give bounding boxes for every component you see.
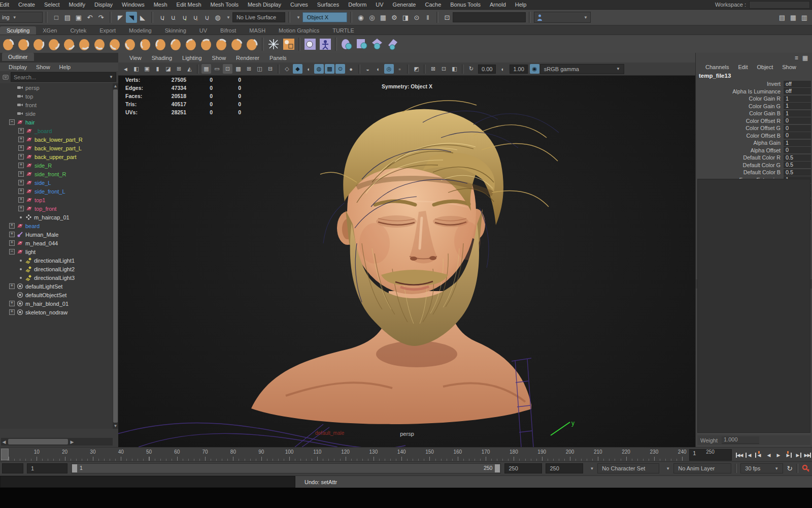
outliner-horizontal-scrollbar[interactable]: ◀ ▶	[1, 438, 113, 446]
make-live-icon[interactable]: ◍	[212, 12, 223, 23]
wireframe-on-shaded-icon[interactable]: ◍	[314, 64, 324, 74]
shelf-tab-mash[interactable]: MASH	[243, 26, 272, 35]
attribute-value-field[interactable]: 1	[784, 103, 811, 109]
menu-mesh[interactable]: Mesh	[149, 2, 172, 8]
expand-icon[interactable]: +	[9, 223, 15, 229]
sculpt-brush-icon-4[interactable]	[47, 37, 62, 52]
outliner-item-m_head_044[interactable]: +m_head_044	[0, 239, 113, 247]
exposure-field[interactable]: 0.00	[478, 65, 496, 74]
sculpt-brush-icon-2[interactable]	[16, 37, 31, 52]
new-scene-icon[interactable]: □	[51, 12, 62, 23]
go-to-end-button[interactable]: ▶▶	[802, 450, 812, 460]
expand-icon[interactable]: +	[9, 309, 15, 315]
chevron-down-icon[interactable]: ▼	[296, 15, 300, 20]
scroll-left-icon[interactable]: ◀	[1, 439, 7, 444]
open-scene-icon[interactable]: ▤	[62, 12, 73, 23]
character-set-selector[interactable]: ▼	[534, 12, 591, 23]
collapse-icon[interactable]: −	[9, 119, 15, 125]
attribute-value-field[interactable]: 0.5	[784, 154, 811, 161]
sequence-icon[interactable]: ▫	[395, 64, 404, 74]
sculpt-brush-icon-1[interactable]	[1, 37, 16, 52]
animation-start-field[interactable]	[2, 463, 23, 473]
viewport-menu-show[interactable]: Show	[207, 55, 231, 61]
shelf-tab-skinning[interactable]: Skinning	[158, 26, 193, 35]
list-mode-icon[interactable]: ≡	[795, 54, 798, 61]
shelf-tab-export[interactable]: Export	[93, 26, 122, 35]
attribute-value-field[interactable]: 1	[784, 96, 811, 102]
shelf-tab-modeling[interactable]: Modeling	[122, 26, 158, 35]
channel-box-menu-edit[interactable]: Edit	[733, 64, 752, 70]
sculpt-brush-icon-15[interactable]	[214, 37, 229, 52]
viewport-menu-panels[interactable]: Panels	[264, 55, 292, 61]
playback-end-field[interactable]: 250	[504, 463, 542, 473]
camera-lock-icon[interactable]: ◧	[131, 64, 141, 74]
scrollbar-thumb[interactable]	[113, 89, 118, 423]
chevron-down-icon[interactable]: ▼	[109, 75, 113, 79]
outliner-item-defaultlightset[interactable]: +defaultLightSet	[0, 282, 113, 291]
workspace-mode-dropdown[interactable]: ing ▼	[0, 12, 43, 23]
expand-icon[interactable]: +	[18, 145, 24, 151]
snap-to-projected-center-icon[interactable]: ∪○	[190, 12, 201, 23]
attribute-value-field[interactable]: 0	[784, 117, 811, 124]
undo-icon[interactable]: ↶	[84, 12, 95, 23]
expand-icon[interactable]: +	[18, 188, 24, 194]
outliner-menu-show[interactable]: Show	[31, 64, 55, 70]
snap-to-grid-icon[interactable]: ∪▪	[156, 12, 167, 23]
step-forward-frame-button[interactable]: ▶	[793, 450, 802, 460]
image-plane-icon[interactable]: ◪	[163, 64, 173, 74]
attribute-value-field[interactable]: 0.5	[784, 169, 811, 176]
shelf-tab-xgen[interactable]: XGen	[36, 26, 63, 35]
uv-texture-icon[interactable]	[302, 37, 318, 52]
sculpt-brush-icon-13[interactable]	[184, 37, 199, 52]
grid-layout-icon[interactable]: ▤	[776, 12, 788, 23]
live-surface-field[interactable]: No Live Surface	[232, 12, 285, 22]
occlusion-icon[interactable]: ◒	[363, 64, 373, 74]
camera-attributes-icon[interactable]: ▣	[142, 64, 152, 74]
hypershade-icon[interactable]: ◨	[400, 12, 411, 23]
sculpt-brush-icon-10[interactable]	[138, 37, 153, 52]
outliner-menu-display[interactable]: Display	[4, 64, 31, 70]
snap-to-view-plane-icon[interactable]: ∪▫	[201, 12, 212, 23]
viewport-canvas[interactable]: Verts:2750500Edges:4733400Faces:2051800T…	[118, 76, 696, 447]
expand-icon[interactable]: +	[9, 232, 15, 237]
pane-layout-icon[interactable]: ◧	[450, 64, 459, 74]
attribute-value-field[interactable]: 1	[784, 140, 811, 146]
flat-shade-icon[interactable]: ◖	[303, 64, 313, 74]
search-input[interactable]: Search... ▼	[11, 72, 116, 82]
sculpt-brush-icon-5[interactable]	[62, 37, 77, 52]
quick-input-icon[interactable]: ⊡	[442, 12, 453, 23]
shelf-tab-motion-graphics[interactable]: Motion Graphics	[272, 26, 326, 35]
shelf-tab-uv[interactable]: UV	[193, 26, 214, 35]
attribute-value-field[interactable]: off	[784, 88, 811, 94]
sculpt-brush-icon-6[interactable]	[77, 37, 92, 52]
safe-title-icon[interactable]: ⊟	[265, 64, 275, 74]
step-back-frame-button[interactable]: ◀	[745, 450, 754, 460]
attribute-value-field[interactable]: 0.5	[784, 162, 811, 168]
redo-icon[interactable]: ↷	[95, 12, 107, 23]
sculpt-brush-icon-17[interactable]	[245, 37, 260, 52]
grease-pencil-icon[interactable]: ◭	[185, 64, 194, 74]
outliner-item-side_r[interactable]: +side_R	[0, 161, 113, 170]
auto-keyframe-icon[interactable]	[802, 464, 810, 472]
exposure-icon[interactable]: ↻	[466, 64, 476, 74]
menu-modify[interactable]: Modify	[64, 2, 90, 8]
outliner-item-top_front[interactable]: +top_front	[0, 204, 113, 213]
scrollbar-thumb[interactable]	[8, 439, 68, 444]
anim-layer-dropdown[interactable]: No Anim Layer	[673, 463, 731, 473]
chevron-down-icon[interactable]: ▼	[226, 15, 230, 20]
pause-viewport-icon[interactable]: ‖	[422, 12, 433, 23]
render-sequence-icon[interactable]: ▦	[378, 12, 389, 23]
menu-surfaces[interactable]: Surfaces	[313, 2, 344, 8]
menu-deform[interactable]: Deform	[344, 2, 371, 8]
expand-icon[interactable]: +	[18, 197, 24, 203]
scroll-down-icon[interactable]: ▼	[113, 423, 118, 429]
outliner-item-beard[interactable]: +beard	[0, 221, 113, 230]
snap-to-curve-icon[interactable]: ∪~	[167, 12, 179, 23]
outliner-item-m_hair_blond_01[interactable]: +m_hair_blond_01	[0, 299, 113, 308]
outliner-item-_board[interactable]: +_board	[0, 126, 113, 135]
shelf-tab-crytek[interactable]: Crytek	[63, 26, 93, 35]
sculpt-brush-icon-14[interactable]	[199, 37, 214, 52]
filter-icon[interactable]	[2, 74, 9, 81]
outliner-item-front[interactable]: front	[0, 101, 113, 109]
node-name[interactable]: temp_file13	[696, 71, 812, 80]
